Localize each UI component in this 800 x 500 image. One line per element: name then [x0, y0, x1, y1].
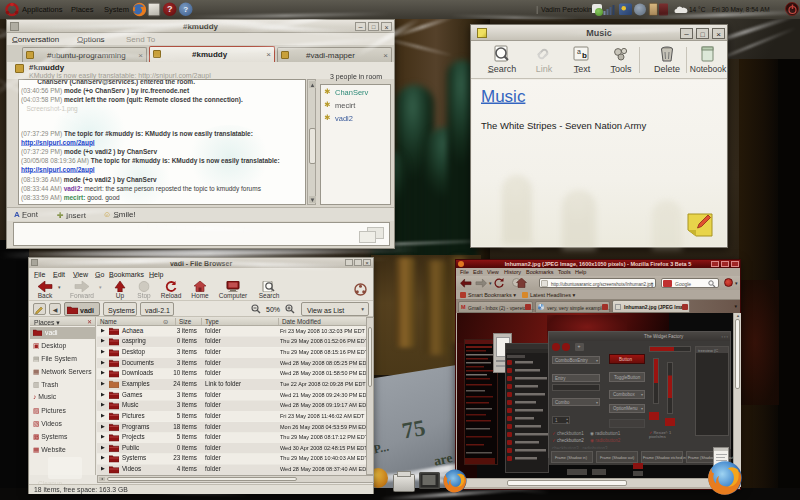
- svg-text:a: a: [577, 48, 581, 55]
- svg-text:b: b: [582, 51, 587, 60]
